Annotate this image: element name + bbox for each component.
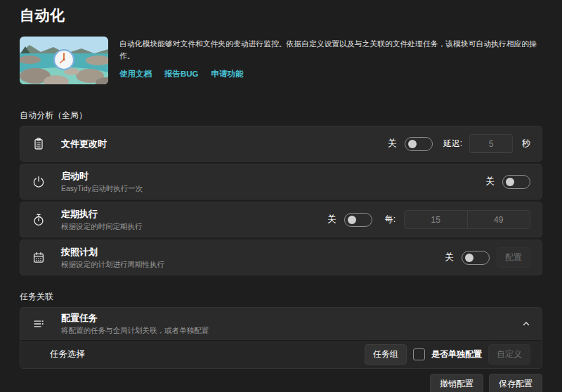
delay-label: 延迟: (443, 138, 462, 150)
toggle-knob (506, 178, 514, 186)
undo-config-button[interactable]: 撤销配置 (430, 374, 483, 392)
section-auto-analysis-label: 自动分析（全局） (20, 110, 542, 122)
seconds-unit-label: 秒 (522, 138, 530, 150)
separate-config-label: 是否单独配置 (431, 348, 482, 360)
startup-toggle[interactable] (502, 175, 530, 189)
report-bug-link[interactable]: 报告BUG (164, 69, 199, 79)
card-subtitle: 根据设定的计划进行周期性执行 (61, 260, 164, 270)
interval-second-input[interactable] (468, 211, 530, 228)
task-select-row: 任务选择 任务组 是否单独配置 自定义 (20, 340, 542, 368)
lake-photo (20, 37, 108, 84)
separate-config-checkbox[interactable] (413, 348, 425, 360)
footer-actions: 撤销配置 保存配置 (20, 374, 542, 392)
interval-inputs (404, 210, 530, 229)
expander-subtitle: 将配置的任务与全局计划关联，或者单独配置 (61, 326, 209, 336)
page-title: 自动化 (20, 6, 542, 25)
module-description: 自动化模块能够对文件和文件夹的变动进行监控。依据自定义设置以及与之关联的文件处理… (119, 38, 542, 61)
module-intro: 自动化模块能够对文件和文件夹的变动进行监控。依据自定义设置以及与之关联的文件处理… (119, 37, 542, 84)
chevron-up-icon[interactable] (522, 320, 530, 328)
toggle-knob (408, 140, 417, 148)
schedule-card: 按照计划 根据设定的计划进行周期性执行 关 配置 (20, 240, 542, 275)
help-links: 使用文档 报告BUG 申请功能 (119, 69, 542, 79)
task-list-icon (32, 317, 46, 331)
customize-button[interactable]: 自定义 (488, 344, 530, 365)
every-label: 每: (385, 214, 396, 226)
save-config-button[interactable]: 保存配置 (489, 374, 542, 392)
clock-icon (54, 50, 74, 70)
card-title: 启动时 (61, 170, 143, 183)
file-change-card: 文件更改时 关 延迟: 秒 (20, 126, 542, 162)
delay-input[interactable] (469, 134, 513, 153)
card-title: 按照计划 (61, 246, 164, 259)
task-config-expander-header[interactable]: 配置任务 将配置的任务与全局计划关联，或者单独配置 (20, 308, 542, 340)
auto-analysis-cards: 文件更改时 关 延迟: 秒 启动时 EasyTidy启动时执行一次 (20, 126, 542, 275)
task-select-label: 任务选择 (50, 348, 85, 360)
toggle-state-label: 关 (327, 214, 336, 226)
toggle-knob (465, 254, 473, 262)
clipboard-list-icon (32, 137, 46, 151)
startup-card: 启动时 EasyTidy启动时执行一次 关 (20, 164, 542, 200)
schedule-config-button[interactable]: 配置 (497, 247, 530, 268)
card-title: 定期执行 (61, 208, 143, 221)
calendar-icon (32, 251, 46, 265)
schedule-toggle[interactable] (462, 251, 490, 265)
automation-settings-page: 自动化 (0, 0, 562, 392)
section-task-association-label: 任务关联 (20, 291, 542, 303)
power-icon (32, 175, 46, 189)
card-subtitle: 根据设定的时间定期执行 (61, 222, 143, 232)
periodic-toggle[interactable] (344, 213, 372, 227)
toggle-state-label: 关 (388, 138, 397, 150)
module-thumbnail (20, 37, 108, 84)
interval-minute-input[interactable] (405, 211, 467, 228)
file-change-toggle[interactable] (405, 137, 433, 151)
expander-title: 配置任务 (61, 312, 209, 325)
task-group-button[interactable]: 任务组 (365, 344, 407, 365)
request-feature-link[interactable]: 申请功能 (211, 69, 244, 79)
docs-link[interactable]: 使用文档 (119, 69, 152, 79)
periodic-card: 定期执行 根据设定的时间定期执行 关 每: (20, 202, 542, 237)
module-header: 自动化模块能够对文件和文件夹的变动进行监控。依据自定义设置以及与之关联的文件处理… (20, 37, 542, 84)
card-title: 文件更改时 (61, 138, 107, 150)
toggle-knob (348, 216, 356, 224)
toggle-state-label: 关 (445, 251, 455, 263)
card-subtitle: EasyTidy启动时执行一次 (61, 184, 143, 194)
timer-icon (32, 213, 46, 227)
task-config-expander: 配置任务 将配置的任务与全局计划关联，或者单独配置 任务选择 任务组 是否单独配… (20, 307, 542, 369)
toggle-state-label: 关 (486, 176, 495, 188)
